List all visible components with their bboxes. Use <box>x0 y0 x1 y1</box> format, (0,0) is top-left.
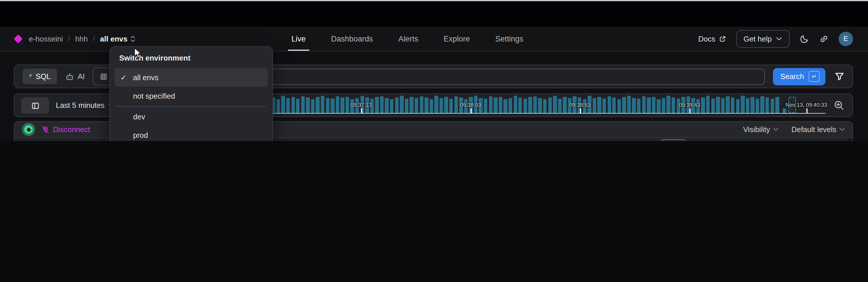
histogram-bar <box>390 99 394 113</box>
get-help-button[interactable]: Get help <box>736 30 790 48</box>
external-link-icon <box>719 35 726 43</box>
disconnect-button[interactable]: Disconnect <box>41 125 90 134</box>
histogram-bar <box>741 95 744 113</box>
histogram-bar <box>415 98 418 113</box>
histogram-bar <box>642 96 646 113</box>
histogram-bar <box>296 98 300 113</box>
tab-alerts[interactable]: Alerts <box>398 27 418 51</box>
docs-link[interactable]: Docs <box>698 34 726 43</box>
default-levels-label: Default levels <box>792 125 836 134</box>
histogram-bar <box>286 98 290 113</box>
tab-explore[interactable]: Explore <box>443 27 470 51</box>
scrollbar-gutter[interactable] <box>846 138 852 141</box>
histogram-bar <box>336 96 339 113</box>
histogram-bar <box>602 98 606 113</box>
log-timestamp: 09:40:25 <box>34 140 64 141</box>
env-option-not-specified[interactable]: not specified <box>115 86 268 105</box>
histogram-bar <box>608 96 611 113</box>
top-black-band <box>0 1 868 27</box>
environment-selector[interactable]: all envs <box>100 34 135 43</box>
histogram-bar <box>410 96 413 113</box>
histogram-bar <box>761 96 764 113</box>
histogram-bar <box>617 99 621 113</box>
histogram-bar <box>766 97 769 113</box>
ai-label: AI <box>78 72 85 81</box>
unplug-icon <box>41 125 50 134</box>
environment-menu: Switch environment ✓all envsnot specifie… <box>110 46 273 141</box>
histogram-bar <box>523 98 527 113</box>
user-avatar[interactable]: E <box>839 31 853 46</box>
logfire-logo-icon[interactable] <box>13 34 23 43</box>
histogram-bar <box>499 96 502 113</box>
scope-badge: logfire <box>661 140 685 141</box>
histogram-bar <box>746 98 749 113</box>
theme-moon-icon[interactable] <box>800 34 809 44</box>
histogram-bar <box>375 96 379 113</box>
live-status-indicator[interactable] <box>22 123 35 136</box>
sidebar-toggle-button[interactable] <box>21 97 49 114</box>
histogram-bar <box>484 98 488 113</box>
filter-funnel-icon[interactable] <box>835 72 844 81</box>
tab-live[interactable]: Live <box>291 27 306 51</box>
histogram-tick-label: 09:38:03 <box>460 102 481 108</box>
histogram-bar <box>701 97 705 113</box>
histogram-bar <box>306 97 310 113</box>
histogram-bar <box>706 95 710 113</box>
histogram-bar <box>770 98 774 113</box>
asterisk-icon: * <box>29 74 32 79</box>
chevron-down-icon <box>776 37 782 41</box>
menu-divider <box>116 106 267 106</box>
histogram-bar <box>291 96 295 113</box>
histogram-bar <box>558 98 562 113</box>
histogram-bar <box>538 98 542 113</box>
breadcrumb-org[interactable]: e-hosseini <box>29 34 63 43</box>
search-button[interactable]: Search ↵ <box>773 68 826 85</box>
chevron-down-icon <box>839 128 845 132</box>
histogram-bar <box>276 99 280 113</box>
histogram-tick-mark <box>580 108 581 113</box>
tab-dashboards[interactable]: Dashboards <box>331 27 373 51</box>
histogram-bar <box>420 96 423 113</box>
histogram-bar <box>533 96 537 113</box>
histogram-bar <box>281 95 285 113</box>
default-levels-dropdown[interactable]: Default levels <box>792 125 845 134</box>
histogram-bar <box>449 98 453 113</box>
histogram-bar <box>341 97 344 113</box>
histogram-bar <box>331 98 334 113</box>
ai-mode-button[interactable]: AI <box>65 72 85 81</box>
histogram-bar <box>637 98 641 113</box>
time-range-selector[interactable]: Last 5 minutes <box>56 94 114 116</box>
histogram-bar <box>429 99 433 113</box>
visibility-dropdown[interactable]: Visibility <box>743 125 778 134</box>
histogram-tick-label: 09:37:13 <box>350 102 372 108</box>
chevron-down-icon <box>773 128 779 132</box>
histogram-bar <box>756 98 760 113</box>
histogram-bar <box>711 98 715 113</box>
app-root: e-hosseini / hhh / all envs LiveDashboar… <box>0 0 868 141</box>
zoom-in-icon[interactable] <box>833 100 844 111</box>
env-option-dev[interactable]: dev <box>115 107 268 126</box>
enter-key-icon: ↵ <box>809 71 819 82</box>
histogram-tick-mark <box>361 108 362 113</box>
histogram-current-bucket-dashed <box>788 97 796 113</box>
histogram-bar <box>316 96 320 113</box>
time-range-label: Last 5 minutes <box>56 101 104 110</box>
histogram-bar <box>504 99 507 113</box>
histogram-bar <box>751 96 754 113</box>
histogram-bar <box>597 96 601 113</box>
env-option-label: not specified <box>133 91 175 100</box>
share-link-icon[interactable] <box>819 34 829 44</box>
environment-menu-title: Switch environment <box>119 54 263 62</box>
breadcrumb-project[interactable]: hhh <box>75 34 88 43</box>
env-option-all-envs[interactable]: ✓all envs <box>115 68 268 86</box>
histogram-bar <box>321 95 324 113</box>
sql-mode-button[interactable]: * SQL <box>23 68 57 84</box>
env-option-prod[interactable]: prod <box>115 126 268 141</box>
get-help-label: Get help <box>744 34 772 43</box>
tab-settings[interactable]: Settings <box>495 27 524 51</box>
histogram-bar <box>563 96 567 113</box>
histogram-bar <box>454 96 458 113</box>
histogram-bar <box>425 97 428 113</box>
histogram-tick-label: 09:39:43 <box>679 102 700 108</box>
histogram-bar <box>508 98 512 113</box>
